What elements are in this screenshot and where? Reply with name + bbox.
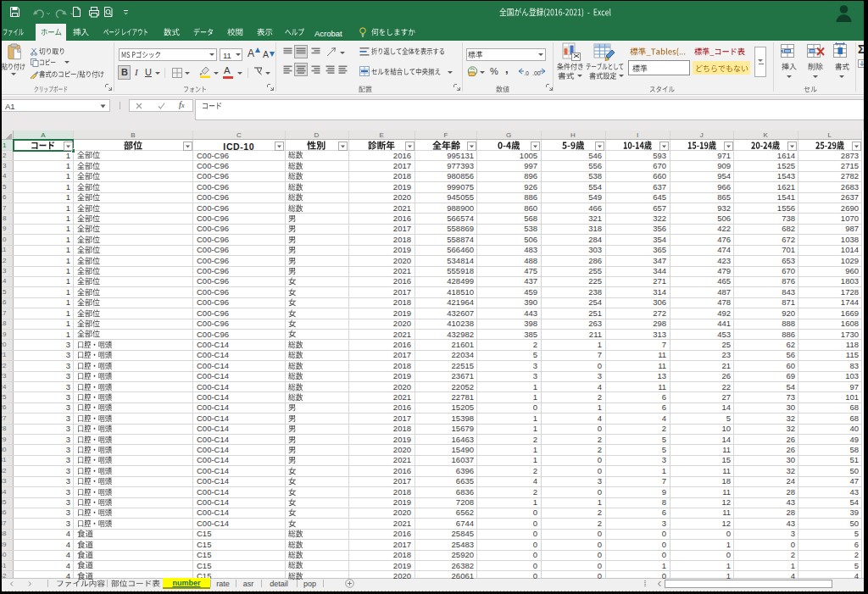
svg-text:.00: .00 [532, 70, 541, 76]
svg-text:.0: .0 [524, 70, 529, 76]
